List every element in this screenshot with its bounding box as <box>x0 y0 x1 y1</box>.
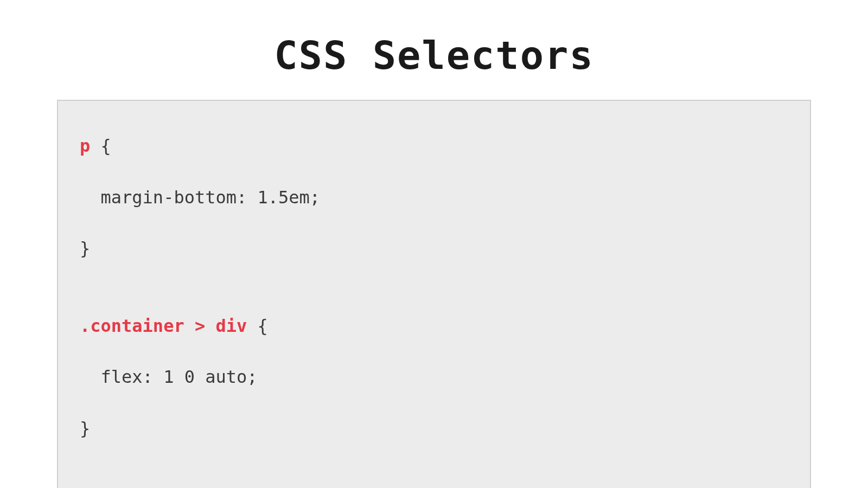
brace-open-2: { <box>247 316 268 336</box>
declaration-2-0: flex: 1 0 auto; <box>80 364 788 390</box>
slide: CSS Selectors p { margin-bottom: 1.5em; … <box>0 0 868 488</box>
selector-1: p <box>80 136 90 156</box>
brace-open-1: { <box>90 136 111 156</box>
code-block: p { margin-bottom: 1.5em; } .container >… <box>57 100 811 488</box>
declaration-1-0: margin-bottom: 1.5em; <box>80 185 788 210</box>
selector-2: .container > div <box>80 316 247 336</box>
brace-close-2: } <box>80 416 788 441</box>
code-content: p { margin-bottom: 1.5em; } .container >… <box>80 133 788 488</box>
brace-close-1: } <box>80 236 788 261</box>
slide-title: CSS Selectors <box>274 33 594 78</box>
